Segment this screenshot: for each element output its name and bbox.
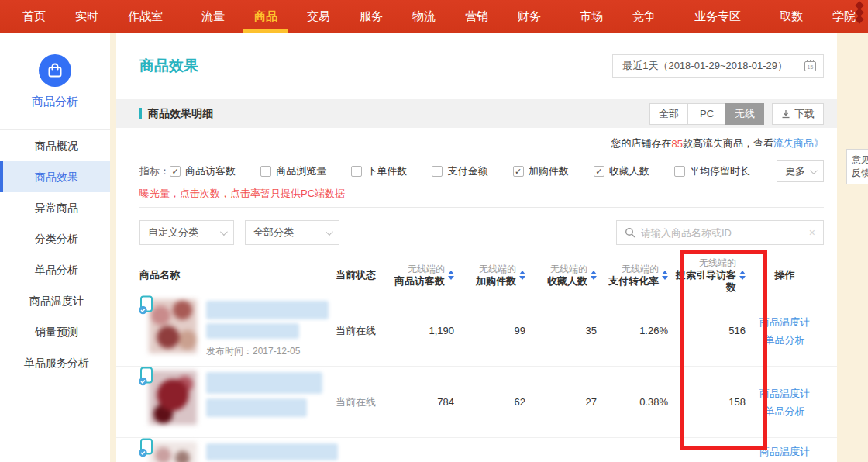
checkbox-checked-icon[interactable] [594, 166, 604, 177]
metric-checkbox-avg-stay[interactable]: 平均停留时长 [674, 164, 750, 178]
nav-item-home[interactable]: 首页 [8, 0, 60, 33]
sidebar-item-goods-overview[interactable]: 商品概况 [0, 130, 110, 161]
product-analysis-bag-icon [39, 54, 71, 87]
page-title: 商品效果 [140, 56, 198, 76]
metric-checkbox-visitors[interactable]: 商品访客数 [170, 164, 236, 178]
column-label: 收藏人数 [547, 275, 587, 288]
nav-item-trade[interactable]: 交易 [292, 0, 345, 33]
status-cell: 当前在线 [336, 324, 394, 338]
product-search-box: × [616, 220, 824, 245]
sidebar-item-category-analysis[interactable]: 分类分析 [0, 223, 110, 254]
feedback-tab[interactable]: 意见反馈 [846, 149, 868, 184]
metric-label: 平均停留时长 [690, 164, 750, 178]
chevron-down-icon [810, 167, 818, 174]
clear-search-icon[interactable]: × [809, 226, 815, 239]
nav-item-competition[interactable]: 竞争 [618, 0, 670, 33]
metric-checkbox-pageviews[interactable]: 商品浏览量 [260, 164, 326, 178]
section-marker [140, 108, 142, 119]
calendar-icon: 15 [804, 61, 816, 71]
more-label: 更多 [785, 164, 805, 178]
sort-icon[interactable] [662, 271, 668, 280]
sidebar-item-sales-forecast[interactable]: 销量预测 [0, 316, 110, 347]
single-item-analysis-link[interactable]: 单品分析 [746, 402, 824, 420]
metric-checkbox-orders[interactable]: 下单件数 [351, 164, 407, 178]
product-thumbnail-blurred [149, 299, 197, 353]
checkbox-unchecked-icon[interactable] [351, 166, 362, 177]
download-icon [781, 109, 790, 119]
goods-thermometer-link[interactable]: 商品温度计 [746, 384, 824, 402]
product-thumbnail-blurred [149, 442, 197, 462]
more-metrics-button[interactable]: 更多 [777, 160, 824, 182]
metric-checkbox-favorites[interactable]: 收藏人数 [594, 164, 649, 178]
custom-category-select[interactable]: 自定义分类 [140, 220, 234, 245]
column-header-search-visitors[interactable]: 无线端的搜索引导访客数 [668, 257, 746, 294]
nav-item-warroom[interactable]: 作战室 [113, 0, 177, 33]
sort-icon[interactable] [591, 271, 597, 280]
product-thumbnail-blurred [149, 371, 197, 425]
actions-cell: 商品温度计 单品分析 [746, 384, 824, 420]
sort-icon[interactable] [739, 271, 746, 280]
column-header-favorites[interactable]: 无线端的收藏人数 [525, 264, 597, 288]
date-range-picker[interactable]: 最近1天（2018-01-29~2018-01-29） [612, 54, 797, 78]
calendar-button[interactable]: 15 [797, 54, 824, 78]
channel-tabs: 全部 PC 无线 [649, 103, 764, 125]
column-label: 支付转化率 [608, 275, 659, 288]
nav-item-business-zone[interactable]: 业务专区 [680, 0, 756, 33]
sidebar-section-title[interactable]: 商品分析 [0, 95, 110, 109]
metric-label: 加购件数 [529, 164, 569, 178]
column-header-cart-adds[interactable]: 无线端的加购件数 [454, 264, 525, 288]
sidebar: 商品分析 商品概况 商品效果 异常商品 分类分析 单品分析 商品温度计 销量预测… [0, 33, 110, 462]
goods-thermometer-link[interactable]: 商品温度计 [746, 443, 824, 460]
checkbox-unchecked-icon[interactable] [432, 166, 443, 177]
column-header-visitors[interactable]: 无线端的商品访客数 [394, 264, 454, 288]
sidebar-item-goods-effect[interactable]: 商品效果 [0, 161, 110, 192]
nav-item-market[interactable]: 市场 [565, 0, 618, 33]
channel-tab-all[interactable]: 全部 [649, 103, 688, 125]
column-header-product-name: 商品名称 [140, 268, 336, 282]
actions-cell: 商品温度计 单品分析 [746, 313, 824, 349]
column-label: 加购件数 [476, 275, 516, 288]
download-button[interactable]: 下载 [772, 103, 824, 125]
nav-item-traffic[interactable]: 流量 [187, 0, 239, 33]
table-row: 发布时间：2017-12-05 当前在线 1,190 99 35 1.26% 5… [116, 295, 837, 366]
sidebar-item-goods-thermometer[interactable]: 商品温度计 [0, 285, 110, 316]
pay-conversion-cell: 0.38% [597, 396, 668, 408]
actions-cell: 商品温度计 [746, 438, 824, 460]
checkbox-unchecked-icon[interactable] [260, 166, 271, 177]
checkbox-unchecked-icon[interactable] [674, 166, 685, 177]
column-label: 搜索引导访客数 [668, 269, 736, 294]
nav-item-data-extract[interactable]: 取数 [765, 0, 818, 33]
column-header-actions: 操作 [746, 268, 824, 282]
column-sub-label: 无线端的 [608, 264, 659, 275]
metric-checkbox-pay-amount[interactable]: 支付金额 [432, 164, 487, 178]
all-category-select[interactable]: 全部分类 [245, 220, 339, 245]
channel-tab-pc[interactable]: PC [687, 103, 726, 125]
nav-item-service[interactable]: 服务 [345, 0, 398, 33]
sidebar-item-single-item-analysis[interactable]: 单品分析 [0, 254, 110, 285]
product-title-blurred [206, 372, 322, 394]
goods-thermometer-link[interactable]: 商品温度计 [746, 313, 824, 331]
nav-item-goods[interactable]: 商品 [239, 0, 292, 33]
nav-item-marketing[interactable]: 营销 [450, 0, 503, 33]
sidebar-item-item-service-analysis[interactable]: 单品服务分析 [0, 347, 110, 378]
metric-label: 支付金额 [447, 164, 487, 178]
metric-checkbox-cart-adds[interactable]: 加购件数 [513, 164, 569, 178]
sidebar-item-abnormal-goods[interactable]: 异常商品 [0, 192, 110, 223]
loss-goods-link[interactable]: 流失商品》 [773, 136, 824, 150]
column-header-pay-conversion[interactable]: 无线端的支付转化率 [597, 264, 668, 288]
product-title-blurred [206, 301, 329, 319]
product-cell[interactable]: 发布时间：2017-12-05 [140, 295, 336, 366]
nav-item-logistics[interactable]: 物流 [398, 0, 450, 33]
product-cell[interactable] [140, 367, 336, 437]
wireless-verified-icon [138, 367, 155, 390]
search-input[interactable] [641, 227, 809, 239]
nav-item-finance[interactable]: 财务 [503, 0, 556, 33]
checkbox-checked-icon[interactable] [513, 166, 524, 177]
channel-tab-wireless[interactable]: 无线 [725, 103, 764, 125]
sort-icon[interactable] [519, 271, 525, 280]
nav-item-realtime[interactable]: 实时 [60, 0, 113, 33]
single-item-analysis-link[interactable]: 单品分析 [746, 331, 824, 349]
sort-icon[interactable] [448, 271, 454, 280]
checkbox-checked-icon[interactable] [170, 166, 181, 177]
product-cell[interactable] [140, 438, 336, 462]
